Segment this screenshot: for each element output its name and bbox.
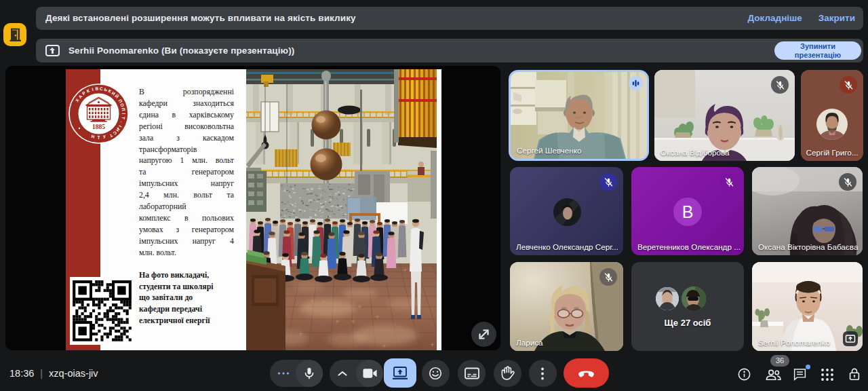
svg-text:Т: Т: [98, 135, 100, 140]
svg-text:І: І: [121, 113, 126, 115]
svg-text:1885: 1885: [92, 124, 105, 130]
svg-text:В: В: [95, 86, 98, 91]
